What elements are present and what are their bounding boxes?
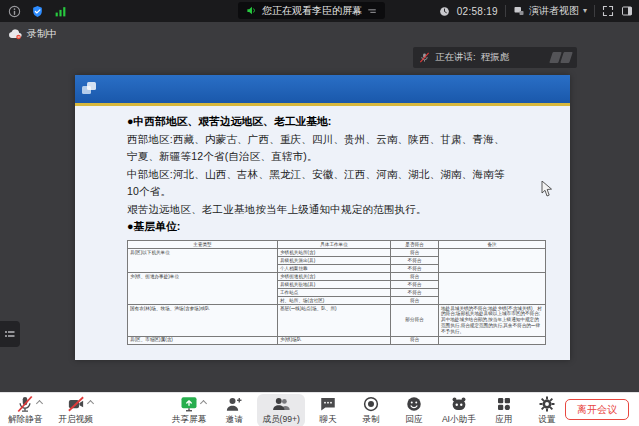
table-cell: 符合	[391, 273, 439, 281]
banner-menu-icon[interactable]	[367, 6, 377, 16]
slide-table-wrap: 主要类型具体工作单位是否符合备注县(区)以下机关单位乡镇机关站所(含)符合县级机…	[127, 240, 545, 345]
watermark-logo-icon	[551, 52, 571, 63]
toolbar-chat-button[interactable]: 聊天	[313, 395, 343, 426]
recording-label: 录制中	[27, 27, 57, 41]
table-cell: 不符合	[391, 289, 439, 297]
toolbar-apps-button[interactable]: 应用	[489, 395, 519, 426]
slide-header-band	[75, 75, 570, 103]
toolbar-record-button[interactable]: 录制	[356, 395, 386, 426]
table-cell: 符合	[391, 336, 439, 344]
network-signal-icon	[54, 5, 67, 18]
invite-icon	[225, 395, 243, 413]
table-row: 县(区)以下机关单位乡镇机关站所(含)符合	[128, 249, 546, 257]
table-cell: 不符合	[391, 257, 439, 265]
toolbar-participants-label: 成员(99+)	[262, 414, 300, 426]
table-cell: 部分符合	[391, 305, 439, 337]
mouse-cursor	[541, 181, 552, 201]
speaking-prefix: 正在讲话:	[435, 51, 476, 64]
slide-logo-icon	[81, 81, 97, 100]
view-mode-label: 演讲者视图	[529, 4, 579, 18]
clock-icon	[439, 6, 450, 17]
leave-meeting-button[interactable]: 离开会议	[565, 399, 629, 420]
table-cell: 符合	[391, 297, 439, 305]
watching-banner: 您正在观看李臣的屏幕	[238, 2, 385, 19]
gear-icon	[538, 395, 556, 413]
fullscreen-icon[interactable]	[602, 5, 614, 17]
table-cell: 不符合	[391, 281, 439, 289]
slide-text-line: 10个省。	[127, 183, 552, 201]
divider	[505, 5, 506, 17]
top-bar: 您正在观看李臣的屏幕 02:58:19 演讲者视图 ▾	[0, 0, 639, 22]
table-cell: 乡(镇)场队	[278, 336, 391, 344]
side-panel-icon[interactable]	[621, 5, 633, 17]
cloud-recording-icon	[8, 29, 22, 40]
table-row: 县(区、市辖区)属(含)乡(镇)场队符合	[128, 336, 546, 344]
table-row: 乡(镇、街道办事处)单位乡镇街道机关(含)符合	[128, 273, 546, 281]
toolbar-start-video-label: 开启视频	[58, 414, 92, 426]
slide-text-line: 宁夏、新疆等12个省(自治区、直辖市)。	[127, 148, 552, 166]
slide-text-line: 艰苦边远地区、老工业基地按当年上级通知中规定的范围执行。	[127, 201, 552, 219]
slide-text-block: ●中西部地区、艰苦边远地区、老工业基地: 西部地区:西藏、内蒙古、广西、重庆、四…	[127, 113, 552, 236]
video-muted-icon	[67, 395, 85, 413]
toolbar-invite-button[interactable]: 邀请	[219, 395, 249, 426]
table-cell: 地处县城关镇的不符合;地处乡镇(不含城关镇)、村的符合;场部机关地处县级以上城市…	[439, 305, 546, 337]
toolbar-ai-assistant-button[interactable]: AI小助手	[442, 395, 476, 426]
toolbar-unmute-button[interactable]: 解除静音	[8, 395, 42, 426]
toolbar-record-label: 录制	[362, 414, 379, 426]
chevron-up-icon[interactable]	[36, 400, 43, 407]
toolbar-apps-label: 应用	[495, 414, 512, 426]
share-screen-icon	[180, 395, 198, 413]
meeting-info-icon[interactable]	[8, 5, 21, 18]
layout-view-icon	[513, 5, 525, 17]
table-cell: 县级机关派出(县)	[278, 257, 391, 265]
list-icon	[4, 328, 16, 340]
participant-list-toggle[interactable]	[0, 321, 20, 347]
meeting-timer: 02:58:19	[457, 6, 498, 17]
view-mode-button[interactable]: 演讲者视图 ▾	[513, 4, 587, 18]
table-cell: 符合	[391, 249, 439, 257]
table-cell: 村、站所、场(含社区)	[278, 297, 391, 305]
slide-text-line: 中部地区:河北、山西、吉林、黑龙江、安徽、江西、河南、湖北、湖南、海南等	[127, 166, 552, 184]
toolbar-share-screen-label: 共享屏幕	[172, 414, 206, 426]
speaking-banner: 正在讲话: 程振彪	[413, 47, 577, 68]
slide-heading-grassroots: ●基层单位:	[127, 218, 552, 236]
speaker-audio-icon[interactable]	[246, 5, 257, 16]
toolbar-share-screen-button[interactable]: 共享屏幕	[172, 395, 206, 426]
table-header-cell: 主要类型	[128, 241, 278, 249]
toolbar-start-video-button[interactable]: 开启视频	[58, 395, 92, 426]
table-cell: 乡(镇、街道办事处)单位	[128, 273, 278, 305]
table-cell: 县(区)以下机关单位	[128, 249, 278, 273]
toolbar-reactions-button[interactable]: 回应	[399, 395, 429, 426]
table-cell: 县级机关驻地(县)	[278, 281, 391, 289]
table-cell: 乡镇机关站所(含)	[278, 249, 391, 257]
slide-heading-regions: ●中西部地区、艰苦边远地区、老工业基地:	[127, 113, 552, 131]
toolbar-settings-button[interactable]: 设置	[532, 395, 562, 426]
divider	[594, 5, 595, 17]
recording-indicator: 录制中	[8, 27, 57, 41]
table-cell: 工作站点	[278, 289, 391, 297]
chevron-up-icon[interactable]	[200, 400, 207, 407]
table-header-cell: 具体工作单位	[278, 241, 391, 249]
table-cell: 乡镇街道机关(含)	[278, 273, 391, 281]
apps-icon	[495, 395, 513, 413]
table-cell: 县(区、市辖区)属(含)	[128, 336, 278, 344]
toolbar-invite-label: 邀请	[226, 414, 243, 426]
toolbar-ai-assistant-label: AI小助手	[442, 414, 476, 426]
table-header-cell: 是否符合	[391, 241, 439, 249]
table-row: 国有农(林)场、牧场、渔场(含参场)或队基层(一线)站点(场、队、所)部分符合地…	[128, 305, 546, 337]
grassroots-units-table: 主要类型具体工作单位是否符合备注县(区)以下机关单位乡镇机关站所(含)符合县级机…	[127, 240, 546, 345]
record-icon	[362, 395, 380, 413]
chevron-up-icon[interactable]	[87, 400, 94, 407]
reaction-icon	[405, 395, 423, 413]
toolbar-chat-label: 聊天	[319, 414, 336, 426]
slide-text-line: 西部地区:西藏、内蒙古、广西、重庆、四川、贵州、云南、陕西、甘肃、青海、	[127, 131, 552, 149]
encryption-shield-icon[interactable]	[31, 5, 44, 18]
mic-muted-icon	[16, 395, 34, 413]
speaking-name: 程振彪	[481, 51, 510, 64]
shared-screen-slide: ●中西部地区、艰苦边远地区、老工业基地: 西部地区:西藏、内蒙古、广西、重庆、四…	[75, 75, 570, 360]
chat-icon	[319, 395, 337, 413]
toolbar-participants-button[interactable]: 成员(99+)	[257, 394, 305, 426]
mic-muted-icon	[419, 52, 430, 63]
table-cell	[439, 273, 546, 305]
slide-accent-line	[75, 103, 570, 106]
